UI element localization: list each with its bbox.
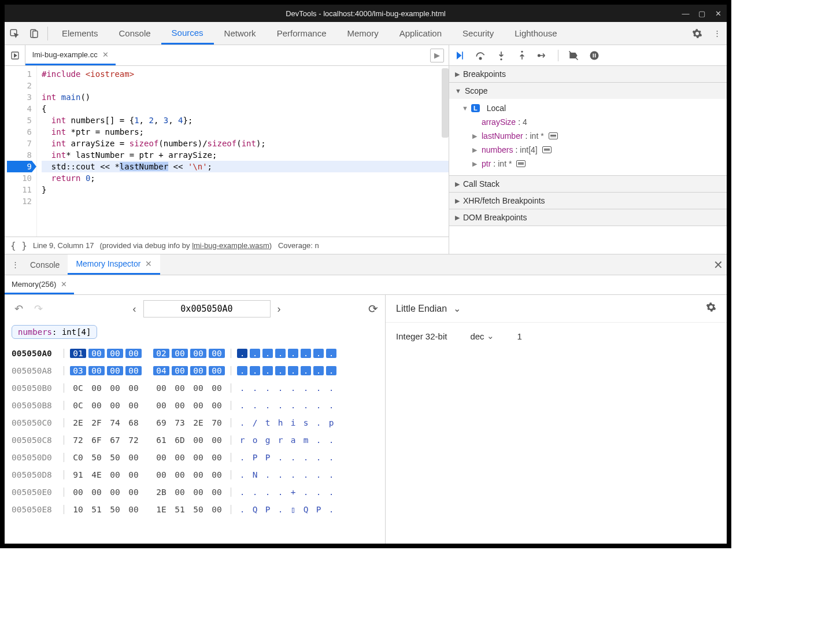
memory-instance-tab[interactable]: Memory(256) ✕ (5, 275, 74, 294)
redo-icon[interactable]: ↷ (31, 302, 45, 316)
endianness-select[interactable]: Little Endian ⌄ (396, 303, 461, 314)
hex-row[interactable]: 005050D0C050500000000000.PP..... (12, 449, 378, 466)
editor-file-name: lmi-bug-example.cc (32, 50, 98, 59)
scope-var[interactable]: arraySize: 4 (462, 115, 727, 129)
editor-file-tab[interactable]: lmi-bug-example.cc ✕ (25, 45, 116, 65)
code-editor[interactable]: 123456789101112 #include <iostream>int m… (5, 66, 449, 237)
dom-breakpoints-header[interactable]: ▶DOM Breakpoints (449, 209, 727, 226)
gear-icon[interactable] (706, 302, 716, 315)
titlebar: DevTools - localhost:4000/lmi-bug-exampl… (5, 5, 727, 22)
hex-row[interactable]: 005050E0000000002B000000....+... (12, 483, 378, 501)
drawer-tab-memory-inspector[interactable]: Memory Inspector✕ (68, 254, 160, 275)
scope-var[interactable]: ▶ptr: int * (462, 157, 727, 171)
tab-elements[interactable]: Elements (51, 22, 109, 45)
editor-tabs: lmi-bug-example.cc ✕ ▶ (5, 45, 449, 66)
line-gutter: 123456789101112 (5, 66, 37, 237)
hex-row[interactable]: 005050A00100000002000000........ (12, 345, 378, 362)
svg-point-6 (500, 58, 502, 60)
svg-point-8 (538, 54, 540, 56)
wasm-link[interactable]: lmi-bug-example.wasm (192, 241, 269, 250)
hex-row[interactable]: 005050B00C00000000000000........ (12, 379, 378, 397)
inspect-icon[interactable] (5, 22, 24, 45)
close-icon[interactable]: ✕ (102, 50, 109, 59)
more-icon[interactable]: ⋮ (8, 260, 22, 269)
hex-row[interactable]: 005050C02E2F746869732E70./this.p (12, 414, 378, 431)
execute-icon[interactable]: ▶ (430, 49, 444, 62)
value-interpretation-row: Integer 32-bit dec⌄ 1 (386, 323, 727, 349)
drawer: ⋮ Console Memory Inspector✕ ✕ Memory(256… (5, 254, 727, 544)
callstack-header[interactable]: ▶Call Stack (449, 176, 727, 192)
snippet-run-icon[interactable] (5, 45, 25, 65)
undo-icon[interactable]: ↶ (12, 302, 25, 316)
endianness-row: Little Endian ⌄ (386, 295, 727, 323)
close-icon[interactable]: ✕ (61, 280, 67, 289)
scope-local-row[interactable]: ▼L Local (462, 101, 727, 115)
resume-icon[interactable] (454, 50, 465, 61)
svg-rect-4 (462, 51, 463, 59)
prev-page-icon[interactable]: ‹ (129, 303, 140, 315)
memory-value-panel: Little Endian ⌄ Integer 32-bit dec⌄ 1 (386, 295, 727, 544)
breakpoints-header[interactable]: ▶Breakpoints (449, 66, 727, 82)
xhr-breakpoints-header[interactable]: ▶XHR/fetch Breakpoints (449, 193, 727, 209)
close-icon[interactable]: ✕ (145, 259, 152, 268)
memory-highlight-chip[interactable]: numbers: int[4] (12, 325, 97, 339)
close-icon[interactable]: ✕ (714, 9, 722, 17)
tab-application[interactable]: Application (389, 22, 452, 45)
settings-icon[interactable] (687, 22, 707, 45)
scrollbar[interactable] (442, 68, 449, 138)
scope-var[interactable]: ▶numbers: int[4] (462, 143, 727, 157)
chevron-down-icon: ▼ (462, 105, 469, 112)
step-out-icon[interactable] (516, 50, 528, 61)
chevron-down-icon: ▼ (455, 87, 461, 94)
value-type-label: Integer 32-bit (396, 331, 447, 341)
debugger-panel: ▶Breakpoints ▼Scope ▼L Local arraySize: … (449, 45, 727, 254)
step-over-icon[interactable] (475, 50, 486, 61)
scope-var[interactable]: ▶lastNumber: int * (462, 129, 727, 143)
refresh-icon[interactable]: ⟳ (368, 302, 378, 316)
step-into-icon[interactable] (495, 50, 507, 61)
address-input[interactable] (143, 300, 271, 317)
deactivate-breakpoints-icon[interactable] (568, 50, 579, 61)
chevron-down-icon: ⌄ (487, 331, 494, 341)
chevron-down-icon: ⌄ (453, 304, 461, 313)
hex-row[interactable]: 005050E8105150001E515000.QP.▯QP. (12, 501, 378, 518)
more-icon[interactable]: ⋮ (707, 22, 727, 45)
memory-instance-tabs: Memory(256) ✕ (5, 275, 727, 295)
tab-performance[interactable]: Performance (267, 22, 337, 45)
scope-body: ▼L Local arraySize: 4▶lastNumber: int *▶… (449, 99, 727, 175)
code-lines[interactable]: #include <iostream>int main(){ int numbe… (37, 66, 449, 237)
tab-lighthouse[interactable]: Lighthouse (504, 22, 567, 45)
chevron-right-icon: ▶ (455, 180, 460, 188)
hex-row[interactable]: 005050B80C00000000000000........ (12, 397, 378, 414)
chevron-right-icon: ▶ (455, 197, 460, 205)
cursor-position: Line 9, Column 17 (33, 241, 94, 250)
chevron-right-icon: ▶ (455, 71, 460, 78)
reveal-in-memory-icon[interactable] (549, 132, 558, 139)
pretty-print-icon[interactable]: { } (10, 240, 27, 251)
reveal-in-memory-icon[interactable] (542, 146, 552, 153)
tab-console[interactable]: Console (109, 22, 161, 45)
step-icon[interactable] (537, 50, 549, 61)
xhr-breakpoints-section: ▶XHR/fetch Breakpoints (449, 193, 727, 209)
hex-row[interactable]: 005050A80300000004000000........ (12, 362, 378, 379)
drawer-tab-console[interactable]: Console (22, 254, 68, 275)
value-format-select[interactable]: dec⌄ (470, 331, 494, 341)
tab-memory[interactable]: Memory (337, 22, 389, 45)
hex-row[interactable]: 005050D8914E000000000000.N...... (12, 466, 378, 483)
dom-breakpoints-section: ▶DOM Breakpoints (449, 209, 727, 226)
hex-row[interactable]: 005050C8726F6772616D0000rogram.. (12, 431, 378, 449)
tab-sources[interactable]: Sources (161, 22, 214, 45)
scope-section: ▼Scope ▼L Local arraySize: 4▶lastNumber:… (449, 83, 727, 176)
close-drawer-icon[interactable]: ✕ (709, 258, 727, 272)
tab-security[interactable]: Security (452, 22, 504, 45)
scope-header[interactable]: ▼Scope (449, 83, 727, 99)
maximize-icon[interactable]: ▢ (698, 9, 706, 17)
next-page-icon[interactable]: › (274, 303, 284, 315)
window-title: DevTools - localhost:4000/lmi-bug-exampl… (286, 9, 446, 18)
pause-exceptions-icon[interactable] (589, 50, 600, 61)
reveal-in-memory-icon[interactable] (516, 160, 526, 167)
hex-table[interactable]: 005050A00100000002000000........005050A8… (5, 345, 385, 544)
device-toggle-icon[interactable] (24, 22, 44, 45)
minimize-icon[interactable]: — (682, 9, 690, 17)
tab-network[interactable]: Network (214, 22, 267, 45)
